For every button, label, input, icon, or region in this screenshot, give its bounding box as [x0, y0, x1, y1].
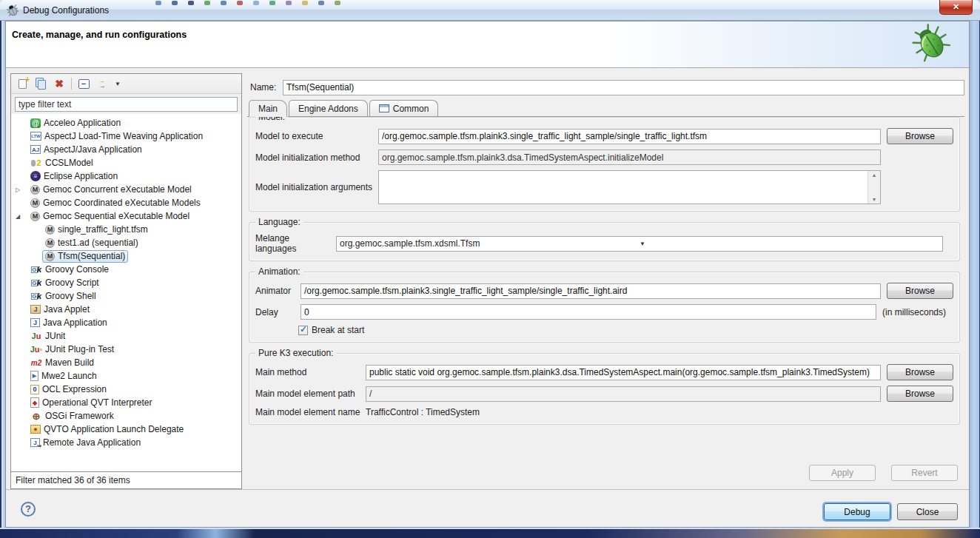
delay-input[interactable]: [301, 304, 876, 320]
melange-languages-value: org.gemoc.sample.tfsm.xdsml.Tfsm: [340, 238, 640, 249]
tree-item-label: Eclipse Application: [44, 171, 118, 181]
tree-item[interactable]: ▷MGemoc Concurrent eXecutable Model: [11, 183, 241, 196]
tree-item[interactable]: Msingle_traffic_light.tfsm: [11, 223, 241, 236]
tree-item[interactable]: ⊕OSGi Framework: [11, 409, 241, 423]
model-group: Model: Model to execute Browse Model ini…: [249, 117, 960, 212]
junit-plugin-icon: Ju»: [30, 344, 42, 355]
pure-k3-group: Pure K3 execution: Main method Browse Ma…: [249, 353, 960, 425]
collapsed-expander-icon[interactable]: ▷: [16, 186, 27, 193]
tree-item-label: test1.ad (sequential): [58, 238, 138, 248]
groovy-icon: Gk: [30, 291, 42, 302]
tree-item[interactable]: Mtest1.ad (sequential): [11, 236, 241, 249]
tree-item[interactable]: GkGroovy Shell: [11, 289, 241, 303]
tab-main[interactable]: Main: [249, 100, 287, 117]
mwe2-icon: ▶: [30, 371, 38, 381]
debug-button[interactable]: Debug: [824, 503, 890, 520]
tree-item[interactable]: J↪Remote Java Application: [11, 436, 241, 449]
tree-item[interactable]: JJava Applet: [11, 303, 241, 316]
tree-item-label: Operational QVT Interpreter: [42, 397, 152, 408]
tree-item[interactable]: ▶Mwe2 Launch: [11, 369, 241, 383]
browse-animator-button[interactable]: Browse: [887, 283, 953, 299]
language-group-title: Language:: [255, 217, 303, 227]
config-tree: @Acceleo ApplicationLTWAspectJ Load-Time…: [11, 114, 241, 471]
tree-item[interactable]: MTfsm(Sequential): [11, 249, 241, 263]
tree-item[interactable]: MGemoc Coordinated eXecutable Models: [11, 196, 241, 209]
filter-dropdown-icon[interactable]: [114, 77, 121, 90]
name-label: Name:: [250, 82, 283, 93]
tree-item-label: OCL Expression: [42, 384, 107, 394]
tree-item-label: Gemoc Coordinated eXecutable Models: [43, 198, 201, 208]
groovy-icon: Gk: [30, 264, 42, 275]
new-launch-configuration-icon[interactable]: [16, 77, 29, 90]
browse-model-button[interactable]: Browse: [887, 128, 953, 144]
break-at-start-checkbox[interactable]: [298, 326, 308, 335]
launch-config-sidebar: @Acceleo ApplicationLTWAspectJ Load-Time…: [10, 73, 242, 489]
browse-element-path-button[interactable]: Browse: [887, 386, 953, 402]
junit-icon: Ju: [30, 331, 42, 342]
tree-item[interactable]: AJAspectJ/Java Application: [11, 143, 241, 156]
tree-item[interactable]: 0OCL Expression: [11, 383, 241, 396]
close-button[interactable]: Close: [897, 503, 958, 520]
init-method-label: Model initialization method: [255, 152, 374, 163]
tree-item[interactable]: 2CCSLModel: [11, 156, 241, 169]
title-bar: Debug Configurations: [0, 0, 980, 21]
browse-main-method-button[interactable]: Browse: [887, 364, 953, 380]
filter-launch-configurations-icon[interactable]: [95, 77, 109, 90]
tree-item[interactable]: GkGroovy Console: [11, 263, 241, 276]
tab-common[interactable]: Common: [369, 100, 439, 116]
main-model-element-name-value: TrafficControl : TimedSystem: [366, 407, 480, 417]
tree-item[interactable]: LTWAspectJ Load-Time Weaving Application: [11, 130, 241, 143]
expanded-expander-icon[interactable]: ◢: [16, 213, 27, 220]
tree-item[interactable]: ◆Operational QVT Interpreter: [11, 396, 241, 409]
collapse-all-icon[interactable]: [77, 77, 90, 90]
tree-item-label: JUnit Plug-in Test: [45, 344, 114, 354]
tree-item[interactable]: JuJUnit: [11, 329, 241, 343]
melange-languages-label: Melange languages: [255, 233, 332, 254]
type-filter-input[interactable]: [15, 97, 238, 112]
tree-item-label: QVTO Application Launch Delegate: [44, 424, 184, 434]
init-method-input: [378, 149, 881, 165]
delete-icon[interactable]: [53, 77, 66, 90]
apply-button[interactable]: Apply: [809, 465, 876, 481]
tree-item[interactable]: m2Maven Build: [11, 356, 241, 369]
qvt-interpreter-icon: ◆: [30, 397, 39, 408]
melange-languages-combobox[interactable]: org.gemoc.sample.tfsm.xdsml.Tfsm: [336, 236, 943, 252]
tree-item[interactable]: ≡Eclipse Application: [11, 169, 241, 183]
tree-item[interactable]: @Acceleo Application: [11, 116, 241, 130]
revert-button[interactable]: Revert: [891, 465, 958, 481]
init-args-textarea[interactable]: [378, 170, 881, 204]
close-window-button[interactable]: [939, 0, 973, 15]
pure-k3-group-title: Pure K3 execution:: [255, 348, 336, 358]
tree-item[interactable]: Ju»JUnit Plug-in Test: [11, 343, 241, 356]
main-model-element-path-label: Main model element path: [255, 389, 361, 399]
help-icon[interactable]: [21, 502, 36, 517]
config-name-input[interactable]: [283, 80, 964, 95]
maven-icon: m2: [30, 357, 42, 369]
qvto-icon: ●: [30, 425, 41, 434]
dialog-footer: Debug Close: [6, 489, 969, 527]
tree-item[interactable]: ◢MGemoc Sequential eXecutable Model: [11, 209, 241, 223]
gemoc-model-icon: M: [30, 212, 40, 221]
duplicate-icon[interactable]: [34, 77, 47, 90]
tab-bar: Main Engine Addons Common: [247, 100, 964, 117]
tab-engine-addons[interactable]: Engine Addons: [289, 100, 368, 116]
tree-item[interactable]: JJava Application: [11, 316, 241, 329]
tree-item-label: Mwe2 Launch: [41, 371, 97, 381]
groovy-icon: Gk: [30, 278, 42, 289]
window-frame-left: [0, 21, 5, 528]
textarea-scrollbar[interactable]: [867, 171, 880, 204]
animator-input[interactable]: [301, 283, 881, 299]
init-args-label: Model initialization arguments: [255, 182, 374, 192]
filter-status: Filter matched 36 of 36 items: [11, 471, 241, 488]
combo-dropdown-icon: [640, 241, 939, 247]
tree-item[interactable]: ●QVTO Application Launch Delegate: [11, 423, 241, 436]
tree-item[interactable]: GkGroovy Script: [11, 276, 241, 289]
main-method-input[interactable]: [366, 365, 881, 380]
config-detail-panel: Name: Main Engine Addons Common Model: M…: [244, 73, 966, 489]
tree-item-label: single_traffic_light.tfsm: [58, 224, 148, 235]
model-to-execute-input[interactable]: [378, 129, 881, 144]
animation-group-title: Animation:: [255, 266, 303, 277]
gemoc-model-icon: M: [45, 252, 55, 261]
header-banner: Create, manage, and run configurations: [6, 21, 969, 68]
aspectj-java-icon: AJ: [30, 145, 41, 154]
